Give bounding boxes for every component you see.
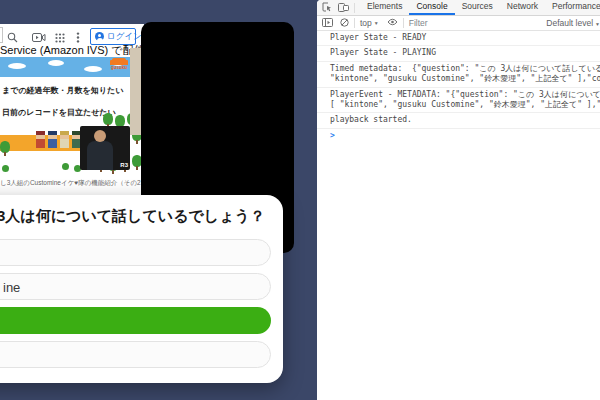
webcam-overlay: R3 bbox=[80, 126, 130, 170]
bush-icon bbox=[2, 165, 9, 172]
search-input[interactable] bbox=[0, 27, 3, 43]
pixel-character-3 bbox=[60, 131, 69, 148]
gusuku-logo-icon bbox=[112, 58, 126, 65]
divider bbox=[354, 18, 355, 28]
video-caption: し3人組のCustomineイケ♥隊の機能紹介（その2） bbox=[0, 179, 147, 188]
quiz-question: 3人は何について話しているでしょう？ bbox=[0, 207, 265, 226]
clear-console-icon[interactable] bbox=[340, 18, 349, 29]
console-message: Player State - PLAYING bbox=[317, 46, 600, 61]
presenter-body bbox=[87, 141, 113, 170]
tab-console[interactable]: Console bbox=[409, 0, 454, 15]
chevron-down-icon: ▼ bbox=[374, 20, 379, 26]
presenter-head bbox=[94, 130, 106, 142]
quiz-option-4[interactable] bbox=[0, 341, 271, 368]
slide-bullet-2: 日前のレコードを目立たせたい bbox=[2, 107, 116, 118]
device-toolbar-icon[interactable] bbox=[338, 2, 349, 14]
login-label: ログイン bbox=[107, 31, 142, 43]
divider bbox=[403, 18, 404, 28]
scrollbar[interactable] bbox=[130, 48, 141, 135]
tab-performance[interactable]: Performance bbox=[545, 0, 600, 15]
filter-input[interactable]: Filter bbox=[409, 18, 428, 28]
console-toolbar: top ▼ Filter Default level▼ bbox=[317, 16, 600, 31]
eye-icon[interactable] bbox=[387, 18, 398, 28]
devtools-tabbar: Elements Console Sources Network Perform… bbox=[317, 0, 600, 16]
pixel-character-1 bbox=[36, 131, 45, 148]
quiz-option-1[interactable] bbox=[0, 239, 271, 266]
console-message: Timed metadata: {"question": "この 3人は何につい… bbox=[317, 62, 600, 88]
console-message: Player State - READY bbox=[317, 31, 600, 46]
console-sidebar-icon[interactable] bbox=[322, 18, 333, 29]
quiz-card: 3人は何について話しているでしょう？ ine bbox=[0, 195, 283, 383]
video-player[interactable]: gusuku までの経過年数・月数を知りたい 日前のレコードを目立たせたい R3 bbox=[0, 57, 141, 178]
inspect-icon[interactable] bbox=[322, 2, 332, 14]
pixel-character-2 bbox=[48, 131, 57, 148]
console-message: PlayerEvent - METADATA: "{"question": "こ… bbox=[317, 88, 600, 114]
r3-badge: R3 bbox=[120, 162, 128, 168]
bush-icon bbox=[62, 163, 69, 170]
context-selector[interactable]: top bbox=[360, 18, 372, 28]
quiz-option-2[interactable]: ine bbox=[0, 273, 271, 300]
tab-sources[interactable]: Sources bbox=[455, 0, 500, 15]
tab-network[interactable]: Network bbox=[500, 0, 545, 15]
log-level-selector[interactable]: Default level▼ bbox=[546, 18, 600, 28]
console-message: playback started. bbox=[317, 113, 600, 128]
tab-elements[interactable]: Elements bbox=[360, 0, 409, 15]
user-icon bbox=[95, 32, 104, 41]
slide-bullet-1: までの経過年数・月数を知りたい bbox=[2, 85, 123, 96]
devtools-window: Elements Console Sources Network Perform… bbox=[317, 0, 600, 400]
chevron-down-icon: ▼ bbox=[595, 21, 600, 27]
gusuku-logo: gusuku bbox=[108, 58, 130, 72]
quiz-option-3-selected[interactable] bbox=[0, 307, 271, 334]
divider bbox=[354, 3, 355, 13]
console-prompt[interactable]: > bbox=[317, 129, 600, 143]
